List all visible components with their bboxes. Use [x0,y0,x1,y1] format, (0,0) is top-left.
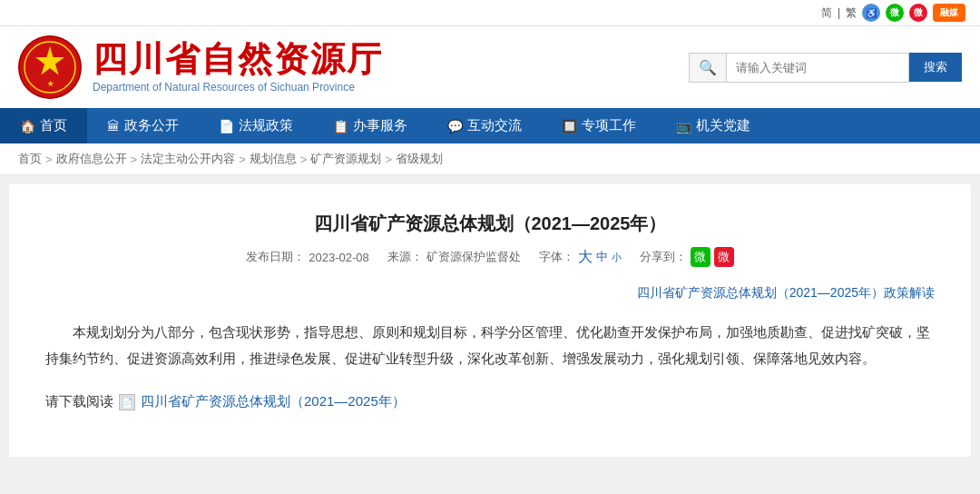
share-icons: 微 微 [691,247,734,267]
meta-share: 分享到： 微 微 [640,247,734,267]
download-link[interactable]: 四川省矿产资源总体规划（2021—2025年） [141,393,406,410]
breadcrumb-gov-info[interactable]: 政府信息公开 [56,151,127,167]
nav-services-label: 办事服务 [353,117,407,134]
header: ★ 四川省自然资源厅 Department of Natural Resourc… [0,26,980,108]
font-size-label: 字体： [539,249,574,265]
nav-party-label: 机关党建 [696,117,750,134]
wechat-icon[interactable]: 微 [886,4,904,22]
nav-gov-open[interactable]: 🏛 政务公开 [87,108,199,143]
breadcrumb-statutory[interactable]: 法定主动公开内容 [141,151,235,167]
nav-interaction-label: 互动交流 [467,117,522,134]
breadcrumb-mineral[interactable]: 矿产资源规划 [310,151,381,167]
font-medium-link[interactable]: 中 [596,249,608,265]
nav-special-work[interactable]: 🔲 专项工作 [542,108,656,143]
content-wrapper: 四川省矿产资源总体规划（2021—2025年） 发布日期： 2023-02-08… [9,184,971,457]
main-nav: 🏠 首页 🏛 政务公开 📄 法规政策 📋 办事服务 💬 互动交流 🔲 专项工作 … [0,108,980,143]
special-icon: 🔲 [562,119,577,133]
breadcrumb-home[interactable]: 首页 [18,151,42,167]
policy-link-area: 四川省矿产资源总体规划（2021—2025年）政策解读 [45,285,935,301]
law-icon: 📄 [219,119,234,133]
download-link-area: 请下载阅读 📄 四川省矿产资源总体规划（2021—2025年） [45,393,935,410]
share-label: 分享到： [640,249,687,265]
sep-5: > [385,153,392,166]
interaction-icon: 💬 [447,119,463,133]
home-icon: 🏠 [20,119,35,133]
lang-simple-link[interactable]: 简 [821,5,832,21]
breadcrumb-planning[interactable]: 规划信息 [250,151,297,167]
nav-home-label: 首页 [40,117,67,134]
gov-icon: 🏛 [107,119,120,133]
article-meta: 发布日期： 2023-02-08 来源： 矿资源保护监督处 字体： 大 中 小 … [45,247,935,267]
search-area: 🔍 搜索 [689,53,962,83]
source-label: 来源： [387,249,423,265]
publish-date-label: 发布日期： [246,249,305,265]
breadcrumb: 首页 > 政府信息公开 > 法定主动公开内容 > 规划信息 > 矿产资源规划 >… [0,143,980,175]
sep-4: > [300,153,308,166]
share-weibo-icon[interactable]: 微 [714,247,734,267]
nav-services[interactable]: 📋 办事服务 [313,108,427,143]
download-file-icon: 📄 [119,394,135,410]
logo-text-area: 四川省自然资源厅 Department of Natural Resources… [93,41,383,94]
article-title: 四川省矿产资源总体规划（2021—2025年） [45,212,935,236]
svg-text:★: ★ [47,80,54,88]
publish-date-value: 2023-02-08 [309,251,369,264]
nav-interaction[interactable]: 💬 互动交流 [427,108,542,143]
services-icon: 📋 [333,119,348,133]
top-bar: 简 | 繁 ♿ 微 微 融媒 [0,0,980,26]
font-size-links: 大 中 小 [578,248,622,267]
sep-2: > [131,153,138,166]
policy-link[interactable]: 四川省矿产资源总体规划（2021—2025年）政策解读 [637,285,935,300]
nav-law-label: 法规政策 [239,117,293,134]
app-icon[interactable]: 融媒 [933,4,965,22]
download-prefix: 请下载阅读 [45,393,113,410]
lang-divider: | [838,6,840,19]
nav-party[interactable]: 📺 机关党建 [656,108,770,143]
search-button[interactable]: 搜索 [909,53,962,82]
logo-en: Department of Natural Resources of Sichu… [93,81,383,94]
nav-home[interactable]: 🏠 首页 [0,108,87,143]
search-box: 🔍 [689,53,909,83]
search-input[interactable] [727,55,908,80]
logo-cn: 四川省自然资源厅 [93,41,383,79]
nav-special-label: 专项工作 [582,117,636,134]
font-small-link[interactable]: 小 [612,251,622,264]
font-large-link[interactable]: 大 [578,248,593,267]
meta-publish-date: 发布日期： 2023-02-08 [246,249,369,265]
logo-area: ★ 四川省自然资源厅 Department of Natural Resourc… [18,35,383,99]
share-wechat-icon[interactable]: 微 [691,247,710,267]
lang-traditional-link[interactable]: 繁 [846,5,857,21]
weibo-icon[interactable]: 微 [909,4,927,22]
logo-emblem: ★ [18,35,82,99]
lang-links: 简 | 繁 ♿ 微 微 融媒 [821,4,965,22]
sep-3: > [239,153,246,166]
breadcrumb-provincial[interactable]: 省级规划 [396,151,443,167]
meta-source: 来源： 矿资源保护监督处 [387,249,521,265]
search-icon-button[interactable]: 🔍 [690,54,727,82]
accessibility-icon[interactable]: ♿ [862,4,880,22]
meta-font-size: 字体： 大 中 小 [539,248,622,267]
nav-gov-label: 政务公开 [124,117,179,134]
source-value: 矿资源保护监督处 [426,249,521,265]
party-icon: 📺 [676,119,691,133]
article-body: 本规划划分为八部分，包含现状形势，指导思想、原则和规划目标，科学分区管理、优化勘… [45,320,935,371]
nav-law-policy[interactable]: 📄 法规政策 [199,108,313,143]
sep-1: > [45,153,53,166]
